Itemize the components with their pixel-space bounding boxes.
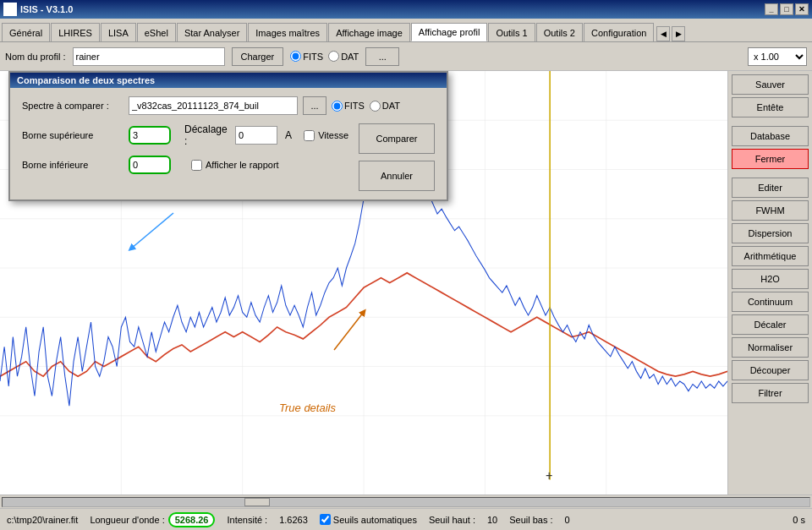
editer-button[interactable]: Editer: [732, 178, 809, 198]
scrollbar-track[interactable]: [2, 497, 810, 507]
dat-radio[interactable]: [328, 51, 339, 62]
vitesse-check[interactable]: Vitesse: [304, 130, 348, 141]
tab-affichage-image[interactable]: Affichage image: [328, 23, 410, 41]
tab-affichage-profil[interactable]: Affichage profil: [411, 23, 488, 41]
h2o-button[interactable]: H2O: [732, 269, 809, 289]
tab-prev-button[interactable]: ◀: [656, 26, 670, 41]
entete-button[interactable]: Entête: [732, 97, 809, 117]
dlg-fits-dat-group: FITS DAT: [332, 101, 400, 112]
seuil-haut-value: 10: [487, 515, 497, 525]
maximize-button[interactable]: □: [780, 3, 793, 15]
titlebar: ISIS - V3.1.0 _ □ ✕: [0, 0, 812, 19]
app-icon: [3, 3, 17, 16]
toolbar: Nom du profil : Charger FITS DAT ... x 1…: [0, 42, 812, 71]
fits-radio[interactable]: [290, 51, 301, 62]
dispersion-button[interactable]: Dispersion: [732, 223, 809, 243]
tab-outils1[interactable]: Outils 1: [488, 23, 535, 41]
fwhm-button[interactable]: FWHM: [732, 200, 809, 221]
vitesse-label: Vitesse: [318, 130, 348, 140]
borne-inf-label: Borne inférieure: [22, 160, 123, 170]
fits-radio-label[interactable]: FITS: [290, 51, 323, 62]
fermer-button[interactable]: Fermer: [732, 149, 809, 169]
dialog-main-row: Borne supérieure Décalage : A Vitesse: [22, 123, 435, 191]
tab-eshel[interactable]: eShel: [137, 23, 176, 41]
database-button[interactable]: Database: [732, 126, 809, 146]
content-area: + Noise True details: [0, 71, 812, 494]
decalage-label: Décalage :: [184, 123, 230, 147]
tabbar: Général LHIRES LISA eShel Star Analyser …: [0, 19, 812, 42]
decouper-button[interactable]: Découper: [732, 360, 809, 380]
seuils-auto-label: Seuils automatiques: [333, 515, 417, 525]
tab-lhires[interactable]: LHIRES: [51, 23, 100, 41]
profile-input[interactable]: [73, 47, 225, 66]
dlg-fits-label[interactable]: FITS: [332, 101, 365, 112]
app-title-text: ISIS - V3.1.0: [20, 4, 73, 14]
annuler-button[interactable]: Annuler: [359, 161, 435, 191]
dialog-actions: Comparer Annuler: [359, 123, 435, 191]
borne-sup-input[interactable]: [129, 126, 171, 145]
seuil-haut-label: Seuil haut :: [429, 515, 475, 525]
window-controls[interactable]: _ □ ✕: [765, 3, 809, 15]
borne-inf-row: Borne inférieure Afficher le rapport: [22, 156, 348, 174]
statusbar: c:\tmp20\rainer.fit Longueur d'onde : 52…: [0, 508, 812, 530]
svg-text:+: +: [546, 467, 552, 483]
comparer-button[interactable]: Comparer: [359, 123, 435, 154]
filtrer-button[interactable]: Filtrer: [732, 383, 809, 403]
borne-inf-input[interactable]: [129, 156, 171, 174]
charger-button[interactable]: Charger: [232, 47, 284, 66]
dialog-spectre-row: Spectre à comparer : ... FITS DAT: [22, 96, 435, 115]
tab-lisa[interactable]: LISA: [101, 23, 136, 41]
seuils-auto-group[interactable]: Seuils automatiques: [320, 514, 417, 525]
intensite-label: Intensité :: [227, 515, 267, 525]
spectre-label: Spectre à comparer :: [22, 101, 123, 111]
decalage-input[interactable]: [235, 126, 277, 145]
minimize-button[interactable]: _: [765, 3, 778, 15]
chart-area[interactable]: + Noise True details: [0, 71, 727, 494]
tab-images-maitres[interactable]: Images maîtres: [248, 23, 327, 41]
main-content: Nom du profil : Charger FITS DAT ... x 1…: [0, 42, 812, 530]
filepath-label: c:\tmp20\rainer.fit: [7, 515, 78, 525]
dialog-left: Borne supérieure Décalage : A Vitesse: [22, 123, 348, 191]
dlg-dat-radio[interactable]: [370, 101, 381, 112]
dat-radio-label[interactable]: DAT: [328, 51, 359, 62]
decaler-button[interactable]: Décaler: [732, 314, 809, 335]
close-button[interactable]: ✕: [795, 3, 809, 15]
spectre-input[interactable]: [129, 96, 298, 115]
longueur-label: Longueur d'onde :: [90, 515, 164, 525]
tab-configuration[interactable]: Configuration: [584, 23, 654, 41]
tab-nav[interactable]: ◀ ▶: [656, 26, 685, 41]
afficher-rapport-checkbox[interactable]: [191, 160, 202, 171]
arithmetique-button[interactable]: Arithmétique: [732, 246, 809, 266]
tab-next-button[interactable]: ▶: [672, 26, 685, 41]
zoom-select[interactable]: x 1.00 x 0.25 x 0.50 x 0.75 x 1.50 x 2.0…: [748, 47, 807, 66]
normaliser-button[interactable]: Normaliser: [732, 337, 809, 358]
scrollbar-area[interactable]: [0, 494, 812, 508]
dialog-body: Spectre à comparer : ... FITS DAT: [10, 88, 447, 199]
vitesse-checkbox[interactable]: [304, 130, 315, 141]
tab-outils2[interactable]: Outils 2: [536, 23, 583, 41]
borne-sup-label: Borne supérieure: [22, 130, 123, 140]
afficher-rapport-label: Afficher le rapport: [206, 160, 279, 170]
app-title: ISIS - V3.1.0: [3, 3, 73, 16]
right-panel: Sauver Entête Database Fermer Editer FWH…: [727, 71, 812, 494]
sauver-button[interactable]: Sauver: [732, 74, 809, 95]
continuum-button[interactable]: Continuum: [732, 292, 809, 312]
seuils-auto-checkbox[interactable]: [320, 514, 331, 525]
dlg-fits-radio[interactable]: [332, 101, 343, 112]
tab-general[interactable]: Général: [2, 23, 50, 41]
seuil-bas-value: 0: [565, 515, 570, 525]
dlg-dat-label[interactable]: DAT: [370, 101, 400, 112]
decalage-unit: A: [285, 129, 292, 141]
borne-sup-row: Borne supérieure Décalage : A Vitesse: [22, 123, 348, 147]
afficher-rapport-check[interactable]: Afficher le rapport: [191, 160, 279, 171]
scrollbar-thumb[interactable]: [244, 498, 270, 506]
toolbar-dots-button[interactable]: ...: [365, 47, 399, 66]
intensite-value: 1.6263: [279, 515, 308, 525]
tab-star-analyser[interactable]: Star Analyser: [177, 23, 247, 41]
longueur-value: 5268.26: [168, 512, 216, 527]
longueur-group: Longueur d'onde : 5268.26: [90, 512, 215, 527]
truedetails-annotation: True details: [279, 402, 336, 414]
spectre-dots-button[interactable]: ...: [303, 96, 326, 115]
profile-label: Nom du profil :: [5, 52, 66, 62]
seuil-bas-label: Seuil bas :: [509, 515, 552, 525]
